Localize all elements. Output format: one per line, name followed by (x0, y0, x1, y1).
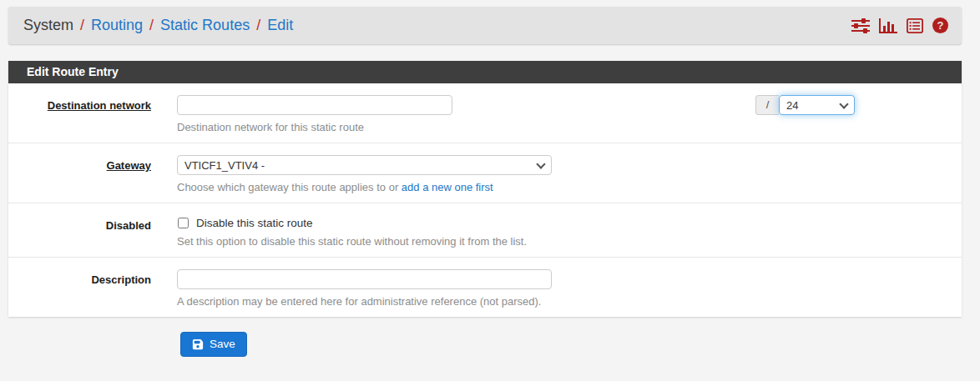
bar-chart-icon[interactable] (879, 18, 897, 33)
help-icon[interactable]: ? (932, 18, 948, 33)
subnet-mask-select[interactable]: 24 (779, 95, 855, 115)
breadcrumb-separator: / (149, 17, 154, 34)
destination-network-input[interactable] (177, 95, 452, 115)
breadcrumb-separator: / (80, 17, 84, 34)
destination-network-help: Destination network for this static rout… (177, 121, 962, 133)
add-gateway-link[interactable]: add a new one first (402, 181, 493, 193)
panel-title: Edit Route Entry (8, 61, 962, 83)
gateway-select[interactable]: VTICF1_VTIV4 - (177, 155, 552, 175)
header-icon-group: ? (851, 18, 948, 33)
description-input[interactable] (177, 269, 552, 289)
sliders-icon[interactable] (851, 18, 870, 33)
panel-body: Destination network / 24 (8, 83, 962, 317)
disabled-help: Set this option to disable this static r… (177, 235, 962, 248)
save-floppy-icon (192, 338, 204, 350)
disable-route-checkbox[interactable] (178, 218, 189, 228)
disabled-label: Disabled (8, 215, 151, 248)
breadcrumb-item-routing[interactable]: Routing (91, 17, 143, 34)
description-label: Description (8, 269, 151, 308)
form-row-disabled: Disabled Disable this static route Set t… (8, 203, 962, 258)
destination-network-label: Destination network (8, 95, 151, 133)
save-button[interactable]: Save (180, 332, 247, 357)
breadcrumb-items: System / Routing / Static Routes / Edit (23, 17, 293, 34)
form-row-gateway: Gateway VTICF1_VTIV4 - Choose which gate… (8, 143, 962, 203)
page-container: System / Routing / Static Routes / Edit (8, 7, 962, 357)
breadcrumb-separator: / (256, 17, 260, 34)
mask-prefix-addon: / (755, 95, 779, 115)
subnet-mask-select-wrap: 24 (779, 95, 855, 115)
svg-text:?: ? (937, 19, 944, 32)
breadcrumb-item-static-routes[interactable]: Static Routes (160, 17, 250, 34)
breadcrumb-item-system: System (23, 17, 73, 34)
subnet-mask-group: / 24 (755, 95, 855, 115)
gateway-help: Choose which gateway this route applies … (177, 181, 962, 193)
breadcrumb: System / Routing / Static Routes / Edit (8, 7, 962, 44)
save-row: Save (8, 332, 962, 357)
gateway-help-text: Choose which gateway this route applies … (177, 181, 402, 193)
breadcrumb-item-edit[interactable]: Edit (267, 17, 293, 34)
description-help: A description may be entered here for ad… (177, 295, 962, 308)
form-row-destination-network: Destination network / 24 (8, 83, 962, 143)
disable-route-checkbox-label: Disable this static route (196, 217, 313, 229)
edit-route-entry-panel: Edit Route Entry Destination network / 2… (8, 61, 962, 317)
save-button-label: Save (210, 338, 235, 350)
gateway-select-wrap: VTICF1_VTIV4 - (177, 155, 552, 175)
gateway-label: Gateway (8, 155, 151, 193)
form-row-description: Description A description may be entered… (8, 258, 962, 317)
list-icon[interactable] (907, 18, 923, 33)
